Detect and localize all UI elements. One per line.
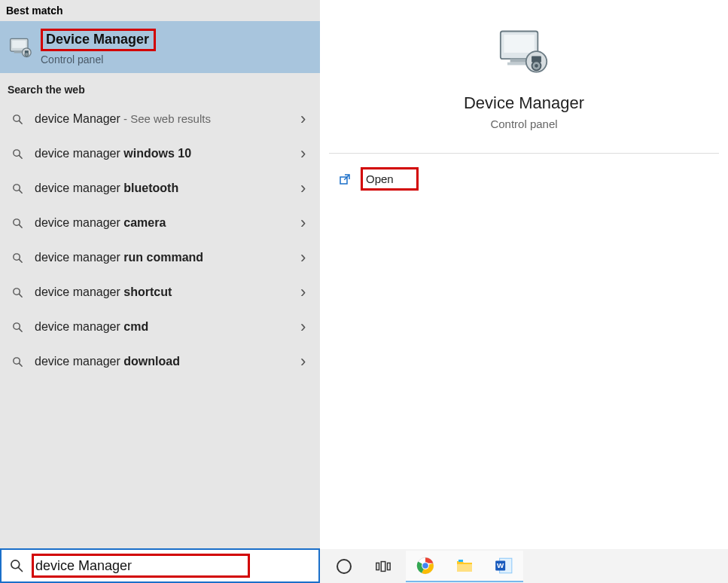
web-result-text: device manager run command [35, 251, 290, 264]
search-icon [11, 112, 24, 126]
action-open[interactable]: Open [338, 164, 710, 194]
best-match-subtitle: Control panel [41, 53, 156, 66]
svg-rect-1 [12, 40, 26, 47]
svg-rect-41 [457, 564, 472, 572]
web-result-row[interactable]: device manager windows 10› [0, 136, 320, 171]
chevron-right-icon: › [300, 109, 309, 129]
search-icon [11, 320, 24, 334]
svg-rect-36 [381, 561, 385, 571]
web-result-row[interactable]: device manager camera› [0, 206, 320, 240]
taskview-icon[interactable] [364, 551, 403, 582]
taskbar: W [320, 548, 728, 583]
svg-line-15 [19, 259, 22, 262]
web-result-text: device manager camera [35, 216, 290, 230]
svg-point-18 [13, 322, 19, 329]
action-open-label: Open [361, 167, 419, 191]
web-result-text: device manager download [35, 355, 290, 368]
search-icon [11, 285, 24, 299]
search-results-panel: Best match Device Manager Control panel [0, 0, 320, 583]
chevron-right-icon: › [300, 317, 309, 337]
search-icon [9, 558, 24, 573]
search-web-header: Search the web [0, 73, 320, 102]
svg-point-6 [13, 114, 19, 121]
chrome-icon[interactable] [406, 551, 445, 582]
web-result-row[interactable]: device manager download› [0, 344, 320, 379]
word-icon[interactable]: W [484, 551, 523, 582]
details-title: Device Manager [464, 93, 584, 113]
svg-text:W: W [497, 561, 504, 569]
chevron-right-icon: › [300, 179, 309, 198]
web-result-row[interactable]: device manager cmd› [0, 310, 320, 344]
explorer-icon[interactable] [445, 551, 484, 582]
details-subtitle: Control panel [490, 118, 557, 130]
search-icon [11, 355, 24, 368]
cortana-icon[interactable] [324, 551, 364, 582]
svg-line-13 [19, 224, 22, 227]
svg-line-17 [19, 294, 22, 297]
svg-line-9 [19, 155, 22, 158]
web-result-row[interactable]: device manager run command› [0, 240, 320, 275]
search-input-highlight [32, 554, 250, 578]
best-match-item[interactable]: Device Manager Control panel [0, 21, 320, 73]
device-manager-large-icon [496, 27, 552, 77]
best-match-text: Device Manager Control panel [41, 29, 156, 66]
search-bar[interactable] [0, 548, 320, 583]
svg-point-5 [25, 52, 29, 56]
svg-point-40 [422, 563, 428, 569]
chevron-right-icon: › [300, 213, 309, 233]
chevron-right-icon: › [300, 282, 309, 302]
search-icon [11, 147, 24, 160]
svg-line-7 [19, 121, 22, 124]
chevron-right-icon: › [300, 144, 309, 163]
device-manager-icon [8, 36, 33, 59]
search-icon [11, 182, 24, 195]
best-match-title: Device Manager [41, 29, 156, 51]
web-result-text: device manager cmd [35, 320, 290, 334]
svg-point-14 [13, 253, 19, 260]
svg-point-31 [535, 64, 538, 68]
svg-line-23 [19, 568, 23, 572]
web-result-text: device manager bluetooth [35, 182, 290, 195]
chevron-right-icon: › [300, 248, 309, 267]
web-result-text: device manager shortcut [35, 285, 290, 299]
search-icon [11, 216, 24, 230]
svg-point-20 [13, 357, 19, 364]
open-external-icon [338, 172, 352, 186]
actions-list: Open [320, 154, 728, 204]
svg-point-10 [13, 184, 19, 191]
svg-line-21 [19, 363, 22, 366]
svg-rect-25 [504, 35, 534, 53]
svg-point-16 [13, 288, 19, 295]
web-result-text: device manager windows 10 [35, 147, 290, 160]
svg-line-11 [19, 190, 22, 193]
search-icon [11, 251, 24, 264]
svg-point-8 [13, 149, 19, 156]
svg-rect-37 [388, 563, 391, 569]
svg-line-19 [19, 328, 22, 331]
web-results-list: device Manager - See web results›device … [0, 102, 320, 379]
details-panel: Device Manager Control panel Open [320, 0, 728, 583]
best-match-header: Best match [0, 0, 320, 21]
svg-point-12 [13, 218, 19, 225]
svg-rect-42 [458, 560, 463, 562]
web-result-text: device Manager - See web results [35, 112, 290, 126]
svg-rect-35 [376, 563, 379, 569]
search-input[interactable] [35, 558, 210, 574]
web-result-row[interactable]: device manager bluetooth› [0, 171, 320, 206]
chevron-right-icon: › [300, 352, 309, 371]
web-result-row[interactable]: device Manager - See web results› [0, 102, 320, 136]
web-result-row[interactable]: device manager shortcut› [0, 275, 320, 310]
svg-point-34 [337, 560, 351, 573]
